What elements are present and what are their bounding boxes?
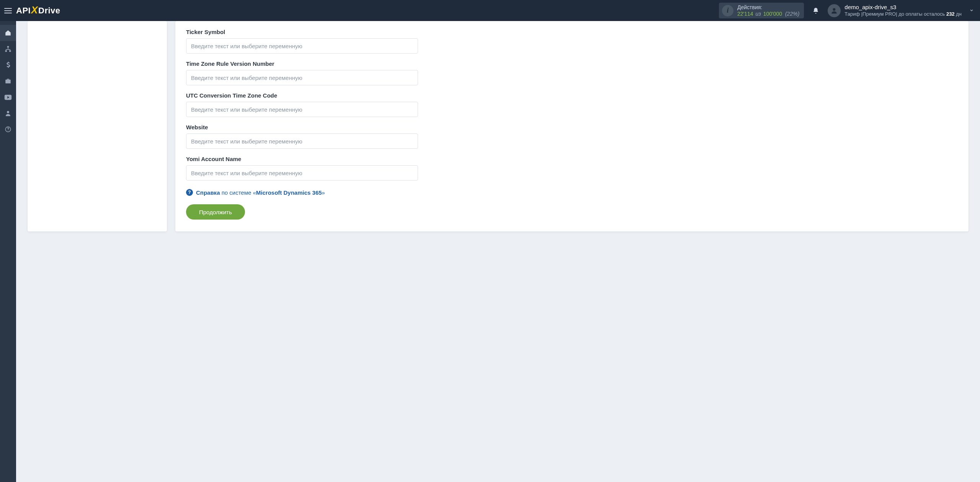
sidebar-item-profile[interactable] xyxy=(0,105,16,121)
field-label: Website xyxy=(186,124,958,130)
svg-point-6 xyxy=(7,111,9,113)
field-label: Time Zone Rule Version Number xyxy=(186,60,958,67)
logo-text-x: X xyxy=(31,4,38,16)
svg-point-0 xyxy=(833,8,836,11)
dollar-icon xyxy=(6,62,10,68)
account-name: demo_apix-drive_s3 xyxy=(844,4,962,11)
account-subline: Тариф |Премиум PRO| до оплаты осталось 2… xyxy=(844,11,962,17)
content-area: Ticker Symbol Time Zone Rule Version Num… xyxy=(16,21,980,482)
svg-point-8 xyxy=(8,130,8,131)
field-ticker-symbol: Ticker Symbol xyxy=(186,29,958,54)
field-input-time-zone-rule-version-number[interactable] xyxy=(186,70,418,85)
field-label: Yomi Account Name xyxy=(186,156,958,162)
bell-icon xyxy=(812,7,819,14)
continue-button[interactable]: Продолжить xyxy=(186,204,245,220)
question-icon: ? xyxy=(186,189,193,196)
home-icon xyxy=(5,29,11,36)
field-input-utc-conversion-time-zone-code[interactable] xyxy=(186,102,418,117)
logo-text-api: API xyxy=(16,6,31,16)
field-input-ticker-symbol[interactable] xyxy=(186,38,418,54)
svg-rect-2 xyxy=(5,50,7,52)
field-label: UTC Conversion Time Zone Code xyxy=(186,92,958,99)
chevron-down-icon xyxy=(969,7,974,14)
sidebar-item-tutorials[interactable] xyxy=(0,89,16,105)
actions-value: 22'114 из 100'000 (22%) xyxy=(737,11,799,17)
sidebar-item-help[interactable] xyxy=(0,121,16,137)
help-link[interactable]: ? Справка по системе «Microsoft Dynamics… xyxy=(186,189,418,196)
topbar: APIXDrive i Действия: 22'114 из 100'000 … xyxy=(0,0,980,21)
user-icon xyxy=(5,110,11,117)
actions-label: Действия: xyxy=(737,4,799,11)
sidebar-item-toolbox[interactable] xyxy=(0,73,16,89)
youtube-icon xyxy=(4,94,12,100)
sidebar-item-connections[interactable] xyxy=(0,41,16,57)
actions-usage-pill[interactable]: i Действия: 22'114 из 100'000 (22%) xyxy=(719,3,804,19)
info-icon: i xyxy=(722,5,733,16)
field-website: Website xyxy=(186,124,958,149)
briefcase-icon xyxy=(5,78,11,85)
svg-rect-3 xyxy=(9,50,11,52)
field-time-zone-rule-version-number: Time Zone Rule Version Number xyxy=(186,60,958,85)
left-panel xyxy=(28,21,167,231)
notifications-button[interactable] xyxy=(810,5,822,16)
field-utc-conversion-time-zone-code: UTC Conversion Time Zone Code xyxy=(186,92,958,117)
app-logo[interactable]: APIXDrive xyxy=(16,5,60,16)
field-input-yomi-account-name[interactable] xyxy=(186,165,418,181)
avatar xyxy=(828,4,841,17)
svg-rect-1 xyxy=(7,46,9,48)
field-yomi-account-name: Yomi Account Name xyxy=(186,156,958,181)
field-label: Ticker Symbol xyxy=(186,29,958,35)
topbar-right: i Действия: 22'114 из 100'000 (22%) demo… xyxy=(719,0,975,21)
sidebar-item-billing[interactable] xyxy=(0,57,16,73)
sidebar xyxy=(0,21,16,482)
help-icon xyxy=(5,126,11,133)
hamburger-menu-button[interactable] xyxy=(0,0,16,21)
user-icon xyxy=(830,7,838,15)
logo-text-drive: Drive xyxy=(38,6,60,16)
sidebar-item-home[interactable] xyxy=(0,25,16,41)
hamburger-icon xyxy=(4,8,12,13)
sitemap-icon xyxy=(5,46,11,52)
field-input-website[interactable] xyxy=(186,134,418,149)
account-menu[interactable]: demo_apix-drive_s3 Тариф |Премиум PRO| д… xyxy=(828,4,975,17)
form-panel: Ticker Symbol Time Zone Rule Version Num… xyxy=(175,21,969,231)
